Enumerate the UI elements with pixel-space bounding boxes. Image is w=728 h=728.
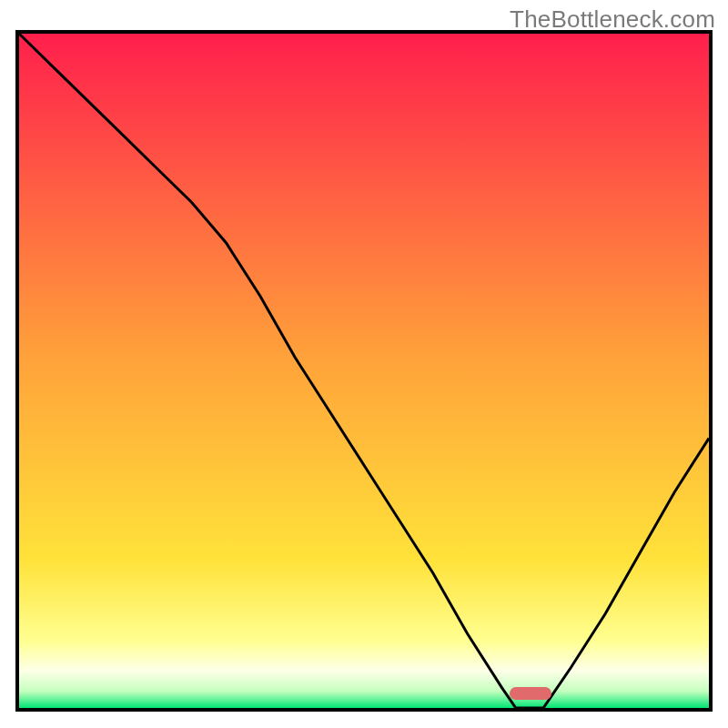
optimal-marker bbox=[510, 687, 551, 700]
chart-svg bbox=[19, 34, 709, 708]
chart-frame bbox=[15, 30, 713, 712]
